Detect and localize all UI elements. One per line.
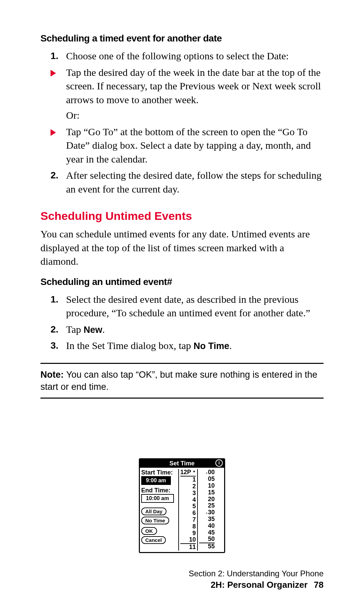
- start-time-label: Start Time:: [141, 469, 178, 476]
- footer-section: Section 2: Understanding Your Phone: [40, 569, 324, 578]
- set-time-dialog-figure: Set Time i Start Time: 9:00 am End Time:…: [139, 458, 225, 553]
- step-2: 2. Tap New.: [51, 323, 324, 337]
- minute-option[interactable]: 25: [199, 502, 215, 509]
- minute-option[interactable]: 40: [199, 523, 215, 529]
- option-text-body: Tap the desired day of the week in the d…: [66, 67, 321, 105]
- section-intro: You can schedule untimed events for any …: [40, 227, 324, 268]
- hour-option[interactable]: 6: [180, 510, 196, 517]
- minute-picker[interactable]: 00 05 10 15 20 25 30 35 40 45 50 55: [197, 469, 216, 551]
- all-day-button[interactable]: All Day: [141, 508, 166, 515]
- minute-option[interactable]: 35: [199, 516, 215, 523]
- triangle-bullet-icon: [51, 66, 66, 122]
- minute-option[interactable]: 50: [199, 536, 215, 543]
- dialog-left-panel: Start Time: 9:00 am End Time: 10:00 am A…: [141, 469, 178, 551]
- ui-label-no-time: No Time: [193, 341, 229, 351]
- note-callout: Note: You can also tap “OK”, but make su…: [40, 363, 324, 399]
- minute-option[interactable]: 30: [199, 509, 215, 516]
- hour-option[interactable]: 10: [180, 537, 196, 543]
- hour-option[interactable]: 4: [180, 497, 196, 503]
- ui-label-new: New: [84, 325, 102, 335]
- option-2: Tap “Go To” at the bottom of the screen …: [51, 125, 324, 166]
- footer-chapter: 2H: Personal Organizer: [211, 580, 308, 590]
- step-3: 3. In the Set Time dialog box, tap No Ti…: [51, 339, 324, 353]
- hour-option[interactable]: 12P: [180, 469, 196, 476]
- page-footer: Section 2: Understanding Your Phone 2H: …: [40, 569, 324, 590]
- option-1: Tap the desired day of the week in the d…: [51, 66, 324, 122]
- start-time-field[interactable]: 9:00 am: [141, 476, 171, 485]
- set-time-dialog: Set Time i Start Time: 9:00 am End Time:…: [139, 458, 225, 553]
- hour-option[interactable]: 8: [180, 523, 196, 530]
- step-1: 1. Choose one of the following options t…: [51, 49, 324, 63]
- minute-option[interactable]: 15: [199, 489, 215, 496]
- step-2: 2. After selecting the desired date, fol…: [51, 169, 324, 196]
- minute-option[interactable]: 10: [199, 483, 215, 489]
- step-text: After selecting the desired date, follow…: [66, 169, 324, 196]
- procedure-list-1: 1. Choose one of the following options t…: [51, 49, 324, 196]
- step-text: Tap New.: [66, 323, 324, 337]
- step-text-post: .: [229, 340, 232, 351]
- info-icon[interactable]: i: [215, 459, 223, 467]
- dialog-body: Start Time: 9:00 am End Time: 10:00 am A…: [140, 468, 224, 552]
- list-number: 1.: [51, 293, 66, 320]
- section-heading-untimed: Scheduling Untimed Events: [40, 209, 324, 223]
- manual-page: Scheduling a timed event for another dat…: [0, 0, 364, 607]
- minute-option[interactable]: 55: [199, 543, 215, 550]
- note-label: Note:: [40, 370, 66, 380]
- subheading-untimed-event: Scheduling an untimed event#: [40, 277, 324, 287]
- step-text: Choose one of the following options to s…: [66, 49, 324, 63]
- note-text: You can also tap “OK”, but make sure not…: [40, 370, 317, 392]
- hour-option[interactable]: 2: [180, 483, 196, 490]
- end-time-field[interactable]: 10:00 am: [141, 494, 174, 503]
- hour-option[interactable]: 5: [180, 503, 196, 510]
- hour-option[interactable]: 7: [180, 517, 196, 523]
- hour-option[interactable]: 11: [180, 543, 196, 551]
- hour-option[interactable]: 9: [180, 530, 196, 537]
- step-text: Select the desired event date, as descri…: [66, 293, 324, 320]
- hour-option[interactable]: 1: [180, 476, 196, 483]
- step-1: 1. Select the desired event date, as des…: [51, 293, 324, 320]
- option-text: Tap “Go To” at the bottom of the screen …: [66, 125, 324, 166]
- hour-picker[interactable]: 12P 1 2 3 4 5 6 7 8 9 10 11: [178, 469, 197, 551]
- hour-option[interactable]: 3: [180, 490, 196, 497]
- minute-option[interactable]: 45: [199, 529, 215, 536]
- or-label: Or:: [66, 109, 324, 122]
- step-text-pre: In the Set Time dialog box, tap: [66, 340, 193, 351]
- end-time-label: End Time:: [141, 487, 178, 494]
- step-text-pre: Tap: [66, 324, 84, 335]
- minute-option[interactable]: 05: [199, 476, 215, 483]
- subheading-timed-event: Scheduling a timed event for another dat…: [40, 33, 324, 44]
- ok-button[interactable]: OK: [141, 527, 157, 535]
- option-text: Tap the desired day of the week in the d…: [66, 66, 324, 122]
- minute-option[interactable]: 20: [199, 496, 215, 503]
- minute-option[interactable]: 00: [199, 469, 215, 476]
- triangle-bullet-icon: [51, 125, 66, 166]
- list-number: 2.: [51, 323, 66, 337]
- list-number: 1.: [51, 49, 66, 63]
- no-time-button[interactable]: No Time: [141, 517, 169, 524]
- page-number: 78: [314, 580, 324, 590]
- dialog-title: Set Time: [170, 460, 195, 467]
- list-number: 2.: [51, 169, 66, 196]
- step-text: In the Set Time dialog box, tap No Time.: [66, 339, 324, 353]
- procedure-list-2: 1. Select the desired event date, as des…: [51, 293, 324, 353]
- list-number: 3.: [51, 339, 66, 353]
- step-text-post: .: [102, 324, 105, 335]
- cancel-button[interactable]: Cancel: [141, 536, 166, 544]
- dialog-titlebar: Set Time i: [140, 459, 224, 468]
